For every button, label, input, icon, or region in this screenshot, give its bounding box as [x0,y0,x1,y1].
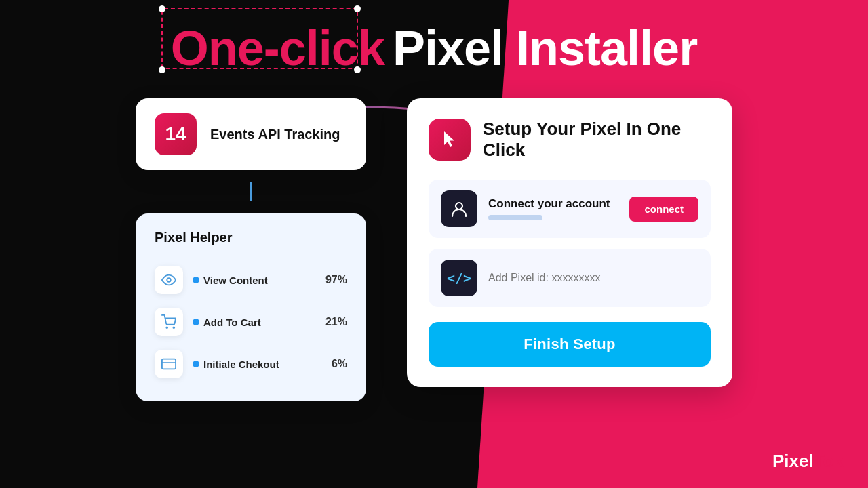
setup-header: Setup Your Pixel In One Click [429,119,711,161]
dot-blue [193,277,199,283]
left-column: 14 Events API Tracking Pixel Helper Vi [136,98,366,401]
connect-icon-box [441,190,477,227]
svg-point-1 [166,327,167,328]
corner-dot-br [354,66,361,73]
dot-blue [193,361,199,367]
list-item: Add To Cart 21% [155,301,347,343]
helper-title: Pixel Helper [155,230,347,245]
view-content-percent: 97% [326,274,347,286]
initiate-checkout-percent: 6% [332,358,347,370]
connect-button[interactable]: connect [629,197,698,222]
svg-point-5 [456,203,462,209]
setup-card: Setup Your Pixel In One Click Connect yo… [407,98,732,387]
cursor-icon [439,129,460,150]
events-api-card: 14 Events API Tracking [136,98,366,170]
svg-point-2 [173,327,174,328]
pixel-icon-box: </> [441,260,477,296]
connect-row: Connect your account connect [429,180,711,238]
title-oneclick: One-click [171,21,384,75]
user-icon [449,199,469,219]
cart-icon [161,314,176,329]
code-icon: </> [447,270,471,286]
title-pixel-installer: Pixel Installer [393,20,697,76]
brand-tok: Tok [814,451,844,471]
connect-bar [488,215,542,220]
setup-title: Setup Your Pixel In One Click [483,119,711,161]
dot-blue [193,319,199,325]
eye-icon-box [155,266,183,294]
events-badge: 14 [155,113,197,155]
card-icon [161,357,176,371]
connect-label: Connect your account [488,197,618,211]
pixel-id-input[interactable] [488,272,698,284]
main-title: One-click Pixel Installer [171,20,697,76]
view-content-label: View Content [193,274,316,286]
initiate-checkout-label: Initiale Chekout [193,359,322,370]
main-content: 14 Events API Tracking Pixel Helper Vi [0,98,868,401]
v-connector [250,182,252,201]
right-column: Setup Your Pixel In One Click Connect yo… [407,98,732,401]
finish-setup-button[interactable]: Finish Setup [429,322,711,367]
svg-rect-3 [162,359,176,369]
svg-point-0 [167,278,171,282]
events-label: Events API Tracking [210,127,340,142]
card-icon-box [155,350,183,378]
branding: PixelTok [772,451,844,472]
corner-dot-tr [354,5,361,12]
eye-icon [161,272,176,287]
pixel-helper-card: Pixel Helper View Content 97% [136,214,366,401]
pixel-id-row: </> [429,249,711,307]
page-header: One-click Pixel Installer [0,20,868,76]
corner-dot-bl [159,66,165,73]
list-item: Initiale Chekout 6% [155,343,347,385]
brand-pixel: Pixel [772,451,814,471]
corner-dot-tl [159,5,165,12]
add-to-cart-percent: 21% [326,316,347,328]
setup-icon-box [429,119,471,161]
list-item: View Content 97% [155,259,347,301]
cart-icon-box [155,308,183,336]
add-to-cart-label: Add To Cart [193,317,316,328]
connect-text-area: Connect your account [488,197,618,220]
